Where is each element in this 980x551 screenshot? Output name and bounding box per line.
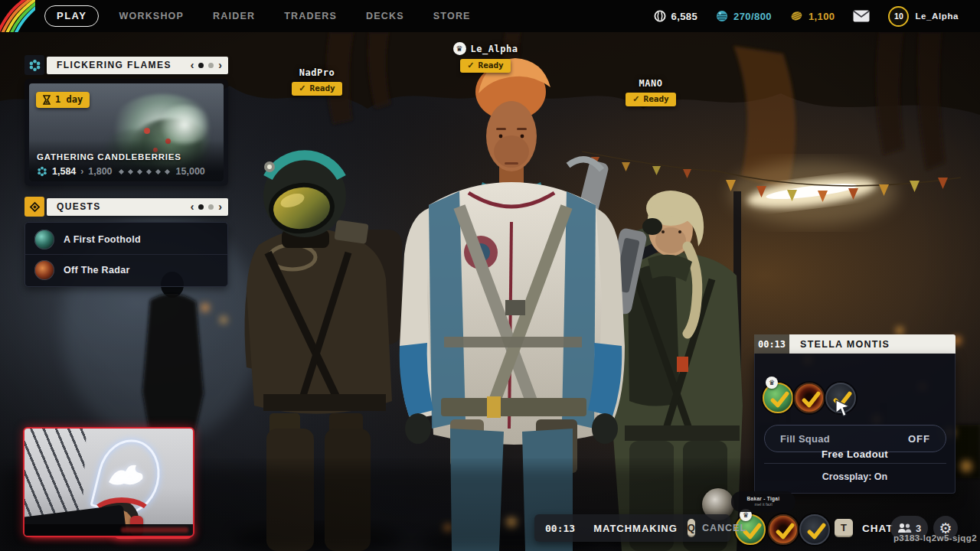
player-name: Le_Alpha — [915, 11, 959, 21]
event-time-left: 1 day — [55, 94, 83, 105]
check-icon: ✓ — [467, 60, 474, 70]
quest-icon — [34, 260, 54, 280]
crossplay-label: Crossplay: On — [755, 471, 955, 482]
cancel-keybind: Q — [688, 519, 695, 537]
player-name: Le_Alpha — [471, 44, 518, 54]
webcam-frame — [23, 427, 194, 537]
player-level-badge: 10 — [888, 6, 909, 27]
map-name: STELLA MONTIS — [800, 339, 890, 350]
ready-badge: ✓ Ready — [626, 93, 675, 106]
player-name: MANO — [639, 78, 663, 89]
top-nav-bar: PLAY WORKSHOP RAIDER TRADERS DECKS STORE… — [0, 0, 980, 32]
capacity-value: 270/800 — [733, 11, 772, 22]
quest-diamond-icon — [29, 201, 41, 213]
free-loadout-label: Free Loadout — [755, 448, 955, 460]
webcam-bottom-strip — [24, 524, 193, 536]
squad-avatar-nadpro[interactable] — [794, 383, 825, 413]
matchmaking-timer: 00:13 — [545, 523, 575, 534]
quests-carousel: ‹ › — [191, 201, 222, 212]
check-icon: ✓ — [632, 94, 639, 104]
hourglass-icon — [43, 95, 51, 105]
nav-decks[interactable]: DECKS — [366, 11, 404, 21]
quests-next-arrow[interactable]: › — [218, 201, 222, 212]
ready-badge: ✓ Ready — [292, 82, 341, 96]
check-icon: ✓ — [299, 83, 305, 93]
party-count: 3 — [916, 523, 921, 534]
squad-avatar-lealpha[interactable]: ♛ — [763, 383, 793, 413]
ready-check-icon — [806, 521, 826, 541]
matchmaking-status: MATCHMAKING — [593, 523, 678, 534]
event-card[interactable]: 1 day GATHERING CANDLEBERRIES 1,584 › — [24, 79, 228, 186]
neon-bird-logo — [106, 461, 145, 491]
play-tab[interactable]: PLAY — [44, 5, 99, 27]
quest-name: A First Foothold — [64, 234, 141, 245]
nav-raider[interactable]: RAIDER — [213, 11, 255, 21]
event-carousel: ‹ › — [191, 60, 222, 70]
player-profile[interactable]: 10 Le_Alpha — [888, 6, 959, 27]
quest-icon — [34, 230, 54, 249]
nav-traders[interactable]: TRADERS — [284, 11, 337, 21]
stream-rainbow-logo — [0, 0, 35, 32]
background-shelf — [23, 427, 87, 520]
progress-goal: 15,000 — [176, 166, 205, 177]
game-screen: PLAY WORKSHOP RAIDER TRADERS DECKS STORE… — [0, 0, 980, 551]
ready-check-icon — [769, 390, 789, 409]
chat-button[interactable]: CHAT — [862, 523, 893, 534]
capacity-currency: 270/800 — [716, 10, 772, 22]
divider — [764, 463, 946, 464]
credits-currency: 6,585 — [654, 10, 698, 22]
teal-orb-icon — [716, 10, 728, 22]
nameplate-lealpha: ♛ Le_Alpha ✓ Ready — [447, 42, 524, 73]
matchmaking-bar: 00:13 MATCHMAKING Q CANCEL — [534, 514, 730, 542]
mail-icon[interactable] — [853, 10, 870, 22]
nav-store[interactable]: STORE — [433, 11, 471, 21]
credits-value: 6,585 — [671, 11, 698, 22]
tokens-currency: 1,100 — [790, 10, 835, 22]
people-icon — [897, 523, 912, 533]
match-timer: 00:13 — [754, 334, 789, 354]
session-code: p3183-lq2w5-sjqg2 — [893, 533, 977, 543]
progress-current: 1,584 — [52, 166, 76, 177]
event-progress: 1,584 › 1,800 15,000 — [37, 166, 217, 177]
event-name: GATHERING CANDLEBERRIES — [37, 152, 181, 161]
event-panel: FLICKERING FLAMES ‹ › — [24, 55, 228, 186]
leader-crown-icon: ♛ — [766, 377, 778, 389]
nav-workshop[interactable]: WORKSHOP — [119, 11, 184, 21]
ready-check-icon — [775, 521, 795, 541]
song-subtitle: mel it fazl — [754, 502, 772, 507]
quest-row-first-foothold[interactable]: A First Foothold — [25, 224, 227, 254]
quest-row-off-the-radar[interactable]: Off The Radar — [25, 254, 227, 285]
quests-prev-arrow[interactable]: ‹ — [191, 201, 194, 212]
quests-panel-title: QUESTS — [57, 201, 101, 212]
song-title: Bakar - Tigai — [747, 496, 780, 502]
event-card-art: 1 day GATHERING CANDLEBERRIES 1,584 › — [29, 83, 224, 181]
event-time-badge: 1 day — [36, 92, 90, 108]
ready-check-icon — [801, 390, 821, 409]
squad-avatar-mano[interactable] — [799, 514, 830, 545]
candleberry-flower-icon — [28, 59, 41, 72]
event-carousel-dot-active — [198, 63, 204, 68]
match-panel: 00:13 STELLA MONTIS ♛ — [754, 334, 956, 494]
squad-leader-crown-icon: ♛ — [453, 42, 466, 55]
cancel-button[interactable]: CANCEL — [702, 523, 746, 533]
webcam-overlay — [23, 427, 194, 537]
event-carousel-dot — [208, 63, 214, 68]
fill-squad-state: OFF — [908, 433, 930, 445]
nameplate-mano: MANO ✓ Ready — [616, 78, 686, 106]
event-panel-title: FLICKERING FLAMES — [57, 60, 172, 70]
event-prev-arrow[interactable]: ‹ — [191, 60, 194, 70]
quests-icon-box — [24, 197, 44, 217]
ready-badge: ✓ Ready — [460, 59, 510, 73]
caret-icon: › — [80, 166, 83, 177]
coin-icon — [654, 10, 666, 22]
quests-panel: QUESTS ‹ › A First Foothold Off The Rada… — [24, 197, 228, 287]
chat-keybind: T — [835, 519, 853, 537]
progress-pips — [119, 170, 169, 174]
nameplate-nadpro: NadPro ✓ Ready — [282, 67, 352, 96]
gold-leaf-icon — [790, 10, 803, 22]
quests-carousel-dot — [208, 204, 214, 210]
event-next-arrow[interactable]: › — [218, 60, 222, 70]
mouse-cursor-icon — [835, 399, 851, 417]
quest-list: A First Foothold Off The Radar — [24, 222, 228, 287]
quest-name: Off The Radar — [64, 265, 130, 276]
